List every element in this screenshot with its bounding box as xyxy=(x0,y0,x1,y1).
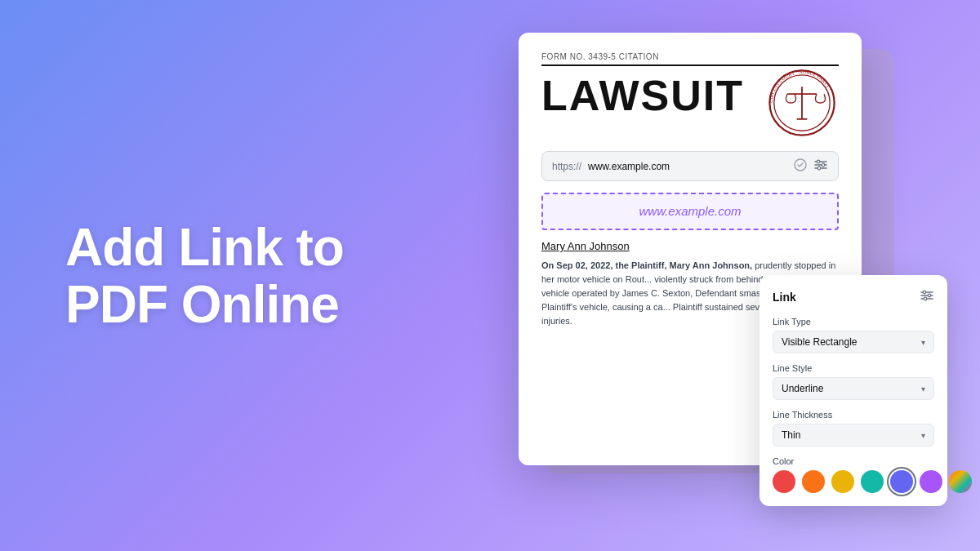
color-swatch-multicolor[interactable] xyxy=(949,470,972,493)
link-type-value: Visible Rectangle xyxy=(782,336,858,348)
form-label: FORM NO. 3439-5 CITATION xyxy=(541,52,839,61)
pdf-header-row: LAWSUIT CIRCUIT COURT · NOBLE PARTY · xyxy=(541,74,839,140)
props-header: Link xyxy=(773,288,934,305)
line-thickness-label: Line Thickness xyxy=(773,410,934,420)
page-title: Add Link to PDF Online xyxy=(65,218,344,333)
line-style-label: Line Style xyxy=(773,363,934,373)
color-swatch-purple[interactable] xyxy=(920,470,942,493)
link-selection-box[interactable]: www.example.com xyxy=(541,193,839,230)
color-swatch-indigo[interactable] xyxy=(890,470,913,493)
check-icon xyxy=(794,158,807,174)
line-style-value: Underline xyxy=(782,383,823,394)
url-prefix: https:// xyxy=(552,161,581,172)
color-row xyxy=(773,470,934,493)
document-title: LAWSUIT xyxy=(541,74,744,117)
person-name: Mary Ann Johnson xyxy=(541,240,839,252)
line-style-dropdown[interactable]: Underline ▾ xyxy=(773,377,934,400)
properties-panel: Link Link Type Visible Rectangle ▾ Line … xyxy=(760,275,947,506)
svg-point-13 xyxy=(817,167,821,170)
title-line-2: PDF Online xyxy=(65,275,339,334)
title-line-1: Add Link to xyxy=(65,217,344,276)
svg-point-18 xyxy=(928,294,931,297)
props-panel-title: Link xyxy=(773,291,796,304)
link-type-dropdown[interactable]: Visible Rectangle ▾ xyxy=(773,331,934,353)
link-type-label: Link Type xyxy=(773,317,934,327)
svg-point-19 xyxy=(924,297,927,300)
color-label: Color xyxy=(773,456,934,466)
svg-point-11 xyxy=(817,160,820,163)
line-thickness-dropdown[interactable]: Thin ▾ xyxy=(773,424,934,447)
color-swatch-orange[interactable] xyxy=(802,470,825,493)
line-style-arrow: ▾ xyxy=(921,384,925,393)
svg-point-17 xyxy=(923,291,926,294)
svg-point-12 xyxy=(822,163,825,167)
url-domain[interactable]: www.example.com xyxy=(588,161,787,172)
color-swatch-teal[interactable] xyxy=(861,470,884,493)
props-settings-icon[interactable] xyxy=(920,288,934,305)
color-swatch-red[interactable] xyxy=(773,470,795,493)
url-bar[interactable]: https:// www.example.com xyxy=(541,151,839,181)
line-thickness-value: Thin xyxy=(782,429,800,441)
color-swatch-yellow[interactable] xyxy=(831,470,854,493)
hero-text-block: Add Link to PDF Online xyxy=(65,218,344,333)
link-selected-text: www.example.com xyxy=(639,204,741,218)
line-thickness-arrow: ▾ xyxy=(921,431,925,440)
link-type-arrow: ▾ xyxy=(921,338,925,347)
url-settings-icon[interactable] xyxy=(813,158,828,175)
court-seal: CIRCUIT COURT · NOBLE PARTY · xyxy=(765,66,839,140)
